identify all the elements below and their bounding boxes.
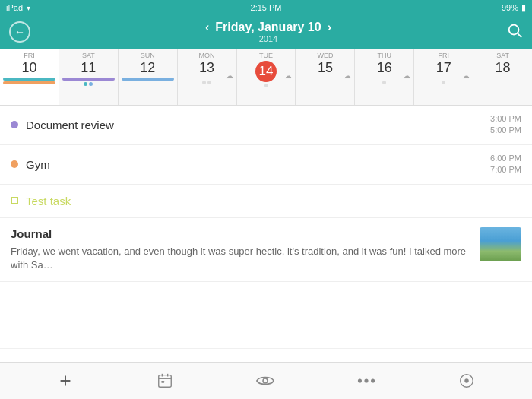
add-button[interactable] — [51, 366, 80, 395]
svg-point-14 — [465, 378, 470, 383]
cal-day-18[interactable]: SAT 18 — [473, 49, 532, 105]
event-left: Document review — [11, 119, 114, 131]
journal-thumb-image — [480, 227, 521, 261]
cal-day-num-18: 18 — [496, 61, 511, 76]
task-checkbox[interactable] — [11, 197, 18, 204]
cal-dot — [382, 81, 386, 84]
cal-day-14[interactable]: TUE 14 ☁ — [237, 49, 296, 105]
cal-day-16[interactable]: THU 16 ☁ — [355, 49, 414, 105]
battery-label: 99% — [502, 3, 518, 12]
cal-day-name-10: FRI — [24, 52, 35, 59]
cal-day-num-10: 10 — [21, 61, 36, 76]
event-gym[interactable]: Gym 6:00 PM 7:00 PM — [0, 145, 532, 185]
empty-row-2 — [0, 315, 532, 349]
status-right: 99% ▮ — [502, 3, 526, 13]
svg-point-11 — [365, 378, 369, 382]
cal-events-11 — [61, 78, 116, 81]
dots-icon — [357, 378, 375, 384]
event-title-gym: Gym — [26, 158, 50, 171]
event-left-gym: Gym — [11, 158, 50, 171]
weather-icon-13: ☁ — [226, 71, 233, 80]
event-dot-orange — [11, 160, 18, 168]
event-dot-purple — [11, 121, 18, 128]
cal-day-13[interactable]: MON 13 ☁ — [178, 49, 237, 105]
event-time-document-review: 3:00 PM 5:00 PM — [490, 113, 521, 137]
eye-button[interactable] — [250, 368, 280, 394]
nav-title-group: ‹ Friday, January 10 › 2014 — [30, 21, 506, 43]
cal-dot — [84, 82, 87, 86]
year-label: 2014 — [30, 34, 506, 43]
journal-section[interactable]: Journal Friday, we went vacation, and ev… — [0, 218, 532, 282]
event-left-task: Test task — [11, 195, 71, 207]
svg-point-12 — [371, 378, 375, 382]
cal-events-12 — [120, 78, 176, 81]
journal-thumbnail — [480, 227, 521, 261]
cal-day-num-13: 13 — [199, 61, 214, 76]
cal-day-17[interactable]: FRI 17 ☁ — [414, 49, 473, 105]
event-title-document-review: Document review — [26, 119, 114, 131]
status-bar: iPad ▾ 2:15 PM 99% ▮ — [0, 0, 532, 15]
prev-day-button[interactable]: ‹ — [205, 21, 209, 34]
current-date-label: Friday, January 10 — [215, 21, 321, 34]
svg-rect-4 — [159, 375, 172, 388]
empty-row-3 — [0, 349, 532, 362]
journal-content: Journal Friday, we went vacation, and ev… — [11, 227, 472, 272]
cal-day-10[interactable]: FRI 10 — [0, 49, 59, 105]
cal-event-bar — [62, 78, 115, 81]
cal-day-num-14: 14 — [255, 61, 277, 82]
cal-day-name-11: SAT — [82, 52, 95, 59]
back-circle-icon: ← — [9, 21, 30, 43]
cal-dot — [202, 81, 206, 84]
search-button[interactable] — [506, 22, 523, 43]
nav-bar: ← ‹ Friday, January 10 › 2014 — [0, 15, 532, 49]
status-left: iPad ▾ — [6, 3, 30, 12]
cal-day-name-16: THU — [378, 52, 392, 59]
cal-day-name-12: SUN — [141, 52, 155, 59]
cal-day-12[interactable]: SUN 12 — [119, 49, 178, 105]
event-document-review[interactable]: Document review 3:00 PM 5:00 PM — [0, 106, 532, 145]
calendar-strip: FRI 10 SAT 11 SUN 12 MON 13 ☁ — [0, 49, 532, 106]
search-icon — [506, 22, 523, 39]
cal-events-10 — [2, 78, 57, 84]
cal-day-num-12: 12 — [140, 61, 155, 76]
cal-day-11[interactable]: SAT 11 — [59, 49, 119, 105]
cal-day-num-15: 15 — [318, 61, 333, 76]
cal-day-name-13: MON — [199, 52, 215, 59]
back-button[interactable]: ← — [9, 21, 30, 43]
svg-point-0 — [509, 24, 519, 34]
event-time-gym: 6:00 PM 7:00 PM — [490, 153, 521, 176]
svg-rect-8 — [161, 381, 164, 383]
svg-point-10 — [358, 378, 362, 382]
cal-event-bar — [3, 81, 55, 84]
settings-button[interactable] — [452, 366, 481, 395]
svg-point-9 — [263, 378, 268, 383]
cal-dot — [442, 81, 445, 84]
cal-day-name-14: TUE — [259, 52, 273, 59]
weather-icon-17: ☁ — [462, 71, 470, 80]
more-button[interactable] — [351, 372, 382, 390]
time-label: 2:15 PM — [251, 3, 282, 12]
cal-day-num-16: 16 — [377, 61, 392, 76]
cal-day-name-18: SAT — [496, 52, 509, 59]
journal-text: Friday, we went vacation, and even thoug… — [11, 245, 472, 272]
next-day-button[interactable]: › — [328, 21, 331, 34]
journal-title: Journal — [11, 227, 472, 240]
cal-day-15[interactable]: WED 15 ☁ — [296, 49, 355, 105]
battery-icon: ▮ — [521, 3, 526, 13]
bottom-toolbar — [0, 362, 532, 399]
weather-icon-14: ☁ — [284, 71, 292, 80]
cal-dot — [89, 82, 93, 86]
calendar-view-button[interactable] — [150, 366, 179, 395]
cal-day-name-15: WED — [317, 52, 333, 59]
svg-line-1 — [518, 33, 521, 37]
cal-day-name-17: FRI — [438, 52, 449, 59]
cal-event-bar — [3, 78, 55, 81]
eye-icon — [256, 374, 274, 388]
wifi-icon: ▾ — [27, 4, 30, 12]
task-test-task[interactable]: Test task — [0, 185, 532, 218]
weather-icon-15: ☁ — [344, 71, 351, 80]
weather-icon-16: ☁ — [403, 71, 410, 80]
circle-icon — [458, 372, 475, 389]
cal-event-bar — [122, 78, 174, 81]
event-title-test-task: Test task — [26, 195, 71, 207]
